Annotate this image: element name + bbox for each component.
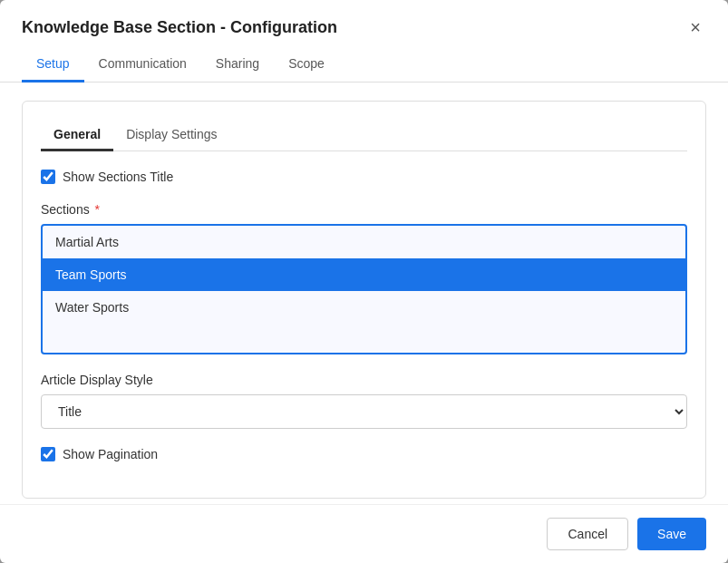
list-item[interactable]: Martial Arts: [43, 226, 685, 258]
show-sections-title-label: Show Sections Title: [63, 170, 173, 184]
sections-label: Sections *: [41, 202, 687, 217]
tab-sharing[interactable]: Sharing: [201, 47, 274, 83]
close-button[interactable]: ×: [684, 16, 706, 38]
show-pagination-checkbox[interactable]: [41, 447, 55, 461]
list-item[interactable]: Water Sports: [43, 291, 685, 324]
article-display-style-select[interactable]: Title Summary Full: [41, 394, 687, 429]
show-sections-title-checkbox[interactable]: [41, 170, 55, 184]
article-display-style-field: Article Display Style Title Summary Full: [41, 373, 687, 429]
inner-tabs-bar: General Display Settings: [41, 120, 687, 151]
top-tabs-bar: Setup Communication Sharing Scope: [0, 47, 728, 83]
sections-listbox[interactable]: Martial Arts Team Sports Water Sports: [43, 226, 685, 353]
tab-setup[interactable]: Setup: [22, 47, 84, 83]
tab-communication[interactable]: Communication: [84, 47, 201, 83]
tab-display-settings[interactable]: Display Settings: [113, 120, 229, 151]
tab-general[interactable]: General: [41, 120, 113, 151]
modal-title: Knowledge Base Section - Configuration: [22, 18, 337, 37]
show-sections-title-row: Show Sections Title: [41, 170, 687, 184]
show-pagination-label: Show Pagination: [63, 447, 158, 461]
modal-body: General Display Settings Show Sections T…: [0, 83, 728, 504]
show-pagination-row: Show Pagination: [41, 447, 687, 461]
modal-dialog: Knowledge Base Section - Configuration ×…: [0, 0, 728, 563]
sections-listbox-container: Martial Arts Team Sports Water Sports: [41, 224, 687, 354]
inner-card: General Display Settings Show Sections T…: [22, 101, 706, 499]
modal-header: Knowledge Base Section - Configuration ×: [0, 0, 728, 38]
save-button[interactable]: Save: [637, 518, 706, 550]
article-display-style-label: Article Display Style: [41, 373, 687, 387]
sections-field: Sections * Martial Arts Team Sports Wate…: [41, 202, 687, 354]
tab-scope[interactable]: Scope: [274, 47, 339, 83]
list-item[interactable]: Team Sports: [43, 258, 685, 291]
required-indicator: *: [92, 202, 100, 217]
modal-footer: Cancel Save: [0, 504, 728, 563]
cancel-button[interactable]: Cancel: [547, 518, 628, 550]
